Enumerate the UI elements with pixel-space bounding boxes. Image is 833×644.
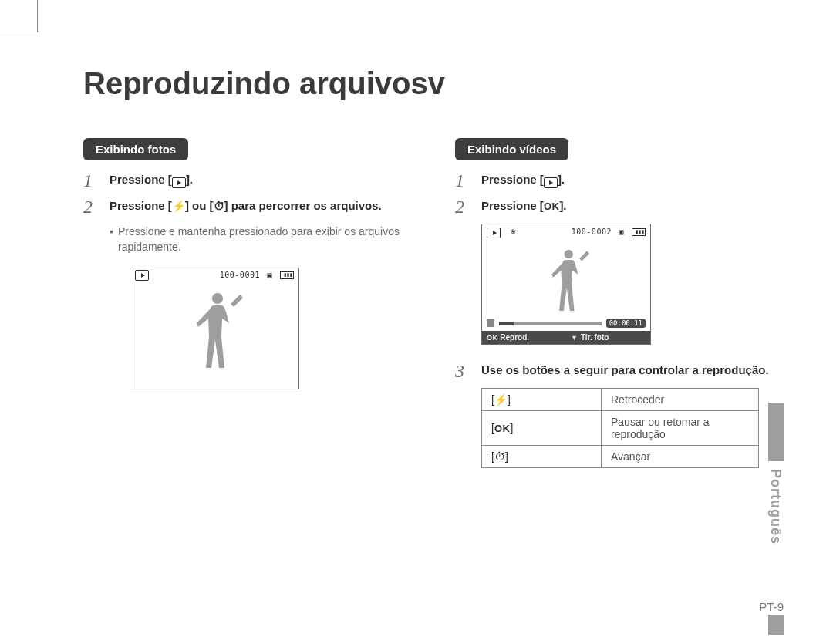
photos-subnote: ▪ Pressione e mantenha pressionado para … — [110, 224, 412, 255]
ok-icon: OK — [494, 423, 511, 434]
lcd-status-bar: 100-0001 — [130, 268, 298, 282]
table-row: [] Retroceder — [482, 389, 759, 411]
control-value: Avançar — [602, 446, 759, 468]
flash-icon — [494, 393, 508, 406]
footer-marker — [768, 615, 784, 635]
playback-icon — [544, 177, 558, 188]
stop-icon — [487, 319, 494, 327]
controls-table: [] Retroceder [OK] Pausar ou retomar a r… — [481, 388, 759, 468]
folder-icon — [619, 228, 624, 236]
playback-icon — [135, 270, 149, 281]
pill-photos: Exibindo fotos — [83, 138, 188, 160]
timer-icon — [214, 199, 224, 212]
lcd-preview-video: 100-0002 00:00:11 OK R — [481, 224, 651, 345]
step-number: 1 — [455, 171, 472, 190]
table-row: [] Avançar — [482, 446, 759, 468]
control-key: [OK] — [482, 411, 602, 446]
battery-icon — [632, 228, 646, 236]
softkey-right: Tir. foto — [566, 331, 650, 344]
control-key: [] — [482, 389, 602, 411]
battery-icon — [280, 271, 294, 279]
person-silhouette — [184, 288, 245, 389]
page-title: Reproduzindo arquivosv — [83, 66, 784, 101]
timer-icon — [494, 450, 505, 463]
step-number: 1 — [83, 171, 100, 190]
chevron-down-icon — [571, 333, 581, 342]
lcd-content: 00:00:11 — [482, 240, 650, 331]
control-key: [] — [482, 446, 602, 468]
ok-icon: OK — [544, 201, 560, 212]
lcd-content — [130, 282, 298, 389]
step-number: 2 — [455, 197, 472, 216]
file-number: 100-0002 — [572, 228, 612, 236]
playback-icon — [487, 228, 501, 238]
person-silhouette — [541, 246, 592, 328]
video-progress: 00:00:11 — [487, 319, 646, 328]
progress-track — [499, 322, 602, 325]
section-photos: Exibindo fotos 1 Pressione []. 2 Pressio… — [83, 138, 412, 468]
flower-icon — [511, 227, 516, 235]
flash-icon — [172, 199, 185, 212]
lcd-status-bar: 100-0002 — [482, 224, 650, 240]
videos-step-2: 2 Pressione [OK]. — [455, 197, 784, 216]
file-number: 100-0001 — [220, 271, 260, 279]
photos-step-2: 2 Pressione [] ou [] para percorrer os a… — [83, 197, 412, 216]
step-text: Pressione [OK]. — [481, 197, 567, 216]
step-number: 3 — [455, 362, 472, 380]
softkey-left: OK Reprod. — [482, 331, 566, 344]
control-value: Pausar ou retomar a reprodução — [602, 411, 759, 446]
step-text: Pressione [] ou [] para percorrer os arq… — [110, 197, 382, 216]
page-number: PT-9 — [759, 600, 784, 613]
step-text: Use os botões a seguir para controlar a … — [481, 362, 769, 380]
language-label: Português — [767, 461, 784, 545]
language-tab: Português — [767, 403, 784, 545]
lcd-softkeys: OK Reprod. Tir. foto — [482, 331, 650, 344]
pill-videos: Exibindo vídeos — [455, 138, 568, 160]
lcd-preview-photo: 100-0001 — [130, 268, 299, 389]
step-text: Pressione []. — [110, 171, 193, 190]
folder-icon — [267, 271, 272, 279]
step-number: 2 — [83, 197, 100, 216]
control-value: Retroceder — [602, 389, 759, 411]
bullet-icon: ▪ — [110, 224, 113, 255]
time-badge: 00:00:11 — [606, 319, 646, 328]
table-row: [OK] Pausar ou retomar a reprodução — [482, 411, 759, 446]
videos-step-1: 1 Pressione []. — [455, 171, 784, 190]
videos-step-3: 3 Use os botões a seguir para controlar … — [455, 362, 784, 380]
language-marker — [768, 403, 784, 461]
section-videos: Exibindo vídeos 1 Pressione []. 2 Pressi… — [455, 138, 784, 468]
step-text: Pressione []. — [481, 171, 565, 190]
photos-step-1: 1 Pressione []. — [83, 171, 412, 190]
manual-page: Reproduzindo arquivosv Exibindo fotos 1 … — [83, 66, 784, 613]
playback-icon — [172, 177, 186, 188]
